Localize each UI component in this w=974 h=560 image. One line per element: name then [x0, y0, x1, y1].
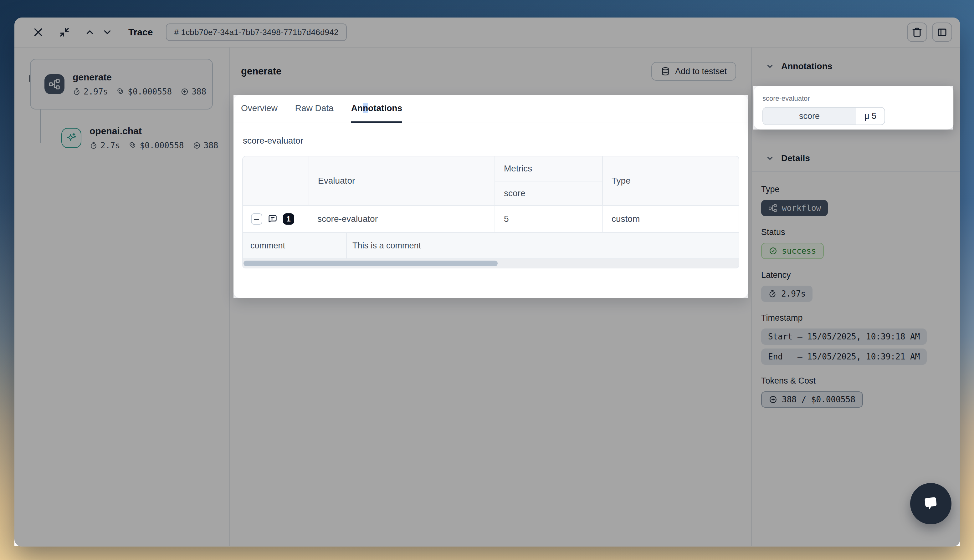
comment-key: comment	[243, 233, 346, 258]
chevron-down-icon[interactable]	[102, 27, 113, 38]
comment-value: This is a comment	[346, 233, 739, 258]
row-checkbox-indeterminate[interactable]	[251, 213, 262, 225]
type-badge: workflow	[761, 200, 828, 216]
header-cell-type: Type	[602, 157, 739, 205]
cell-evaluator: score-evaluator	[309, 206, 495, 232]
details-section-title: Details	[781, 153, 810, 163]
tree-node-title: openai.chat	[90, 126, 218, 137]
add-to-testset-label: Add to testset	[675, 67, 727, 76]
close-icon[interactable]	[33, 27, 44, 38]
chat-bubble-icon	[920, 493, 941, 514]
tab-raw-data[interactable]: Raw Data	[295, 95, 334, 123]
trash-icon	[912, 27, 922, 38]
annotations-tab-panel: Overview Raw Data Annotations score-eval…	[233, 95, 748, 298]
database-icon	[661, 67, 670, 76]
details-sidebar: Annotations score-evaluator score μ 5 De…	[751, 48, 960, 546]
screen-background: Trace # 1cbb70e7-34a1-7bb7-3498-771b7d46…	[0, 0, 974, 560]
delete-trace-button[interactable]	[907, 23, 927, 42]
tokens-cost-label: Tokens & Cost	[761, 376, 951, 386]
add-to-testset-button[interactable]: Add to testset	[651, 62, 736, 81]
comment-icon[interactable]	[267, 214, 278, 224]
chevron-down-icon	[766, 154, 774, 163]
timestamp-label: Timestamp	[761, 313, 951, 323]
start-timestamp-badge: Start – 15/05/2025, 10:39:18 AM	[761, 328, 927, 345]
status-badge: success	[761, 243, 824, 259]
table-row: 1 score-evaluator 5 custom	[243, 205, 739, 232]
tree-node-stats: 2.7s $0.000558 388	[90, 141, 218, 150]
trace-id-badge[interactable]: # 1cbb70e7-34a1-7bb7-3498-771b7d46d942	[166, 23, 347, 41]
metric-name[interactable]: score	[763, 108, 856, 125]
cell-score: 5	[495, 206, 602, 232]
latency-label: Latency	[761, 270, 951, 280]
end-timestamp-badge: End – 15/05/2025, 10:39:21 AM	[761, 348, 927, 365]
trace-drawer: Trace # 1cbb70e7-34a1-7bb7-3498-771b7d46…	[14, 18, 960, 547]
main-panel: generate Add to testset Overview Raw Dat…	[230, 48, 751, 546]
tab-overview[interactable]: Overview	[241, 95, 278, 123]
metric-mean-value: μ 5	[856, 108, 884, 125]
collapse-icon[interactable]	[59, 27, 70, 38]
type-label: Type	[761, 185, 951, 194]
page-title: Trace	[128, 27, 153, 38]
stopwatch-icon	[73, 88, 81, 96]
comment-row: comment This is a comment	[243, 232, 739, 258]
tree-node-generate[interactable]: generate 2.97s $0.000558 388	[30, 59, 213, 110]
coins-icon	[129, 142, 137, 150]
tree-node-openai-chat[interactable]: openai.chat 2.7s $0.000558 388	[61, 126, 218, 150]
main-header: generate Add to testset	[230, 48, 751, 95]
annotation-evaluator-label: score-evaluator	[762, 95, 945, 103]
chevron-down-icon	[766, 62, 774, 71]
tokens-icon	[769, 395, 777, 404]
latency-badge: 2.97s	[761, 286, 812, 302]
scrollbar-thumb[interactable]	[244, 261, 498, 266]
status-label: Status	[761, 227, 951, 237]
annotations-section-title: Annotations	[781, 61, 832, 71]
workflow-icon	[45, 74, 65, 94]
horizontal-scrollbar[interactable]	[242, 259, 739, 268]
evaluator-section-title: score-evaluator	[243, 136, 739, 146]
header-cell-empty	[243, 157, 309, 205]
annotations-section-header[interactable]: Annotations	[752, 48, 960, 71]
panel-layout-icon	[937, 27, 947, 38]
score-metric-control[interactable]: score μ 5	[762, 107, 885, 125]
workflow-icon	[768, 203, 777, 213]
header-cell-metrics: Metrics	[495, 157, 602, 181]
cell-type: custom	[602, 206, 739, 232]
tab-bar: Overview Raw Data Annotations	[233, 95, 748, 123]
topbar: Trace # 1cbb70e7-34a1-7bb7-3498-771b7d46…	[14, 18, 960, 48]
tree-node-stats: 2.97s $0.000558 388	[73, 87, 206, 97]
span-title: generate	[241, 66, 281, 77]
chevron-up-icon[interactable]	[85, 27, 95, 38]
tree-connector-line	[40, 110, 58, 143]
stopwatch-icon	[90, 142, 98, 150]
sparkles-icon	[61, 128, 82, 148]
tab-annotations[interactable]: Annotations	[351, 95, 402, 123]
tokens-icon	[193, 142, 201, 150]
coins-icon	[117, 88, 125, 96]
annotations-table: Evaluator Metrics score Type	[242, 156, 739, 259]
details-section-header[interactable]: Details	[752, 140, 960, 172]
tokens-cost-badge: 388 / $0.000558	[761, 392, 863, 408]
comment-count-badge: 1	[283, 213, 294, 225]
span-tree-sidebar: generate 2.97s $0.000558 388 opena	[14, 48, 230, 546]
table-header: Evaluator Metrics score Type	[243, 157, 739, 205]
text-selection: n	[363, 103, 368, 113]
header-cell-evaluator: Evaluator	[309, 157, 495, 205]
row-tools: 1	[243, 206, 309, 232]
annotation-card: score-evaluator score μ 5	[754, 86, 954, 130]
check-circle-icon	[769, 247, 777, 255]
tree-node-title: generate	[73, 72, 206, 83]
toggle-sidebar-button[interactable]	[932, 23, 952, 42]
stopwatch-icon	[768, 289, 777, 298]
chat-widget-button[interactable]	[910, 483, 951, 524]
details-content: Type workflow Status success	[752, 172, 960, 408]
header-cell-score: score	[495, 181, 602, 205]
tokens-icon	[180, 88, 189, 96]
